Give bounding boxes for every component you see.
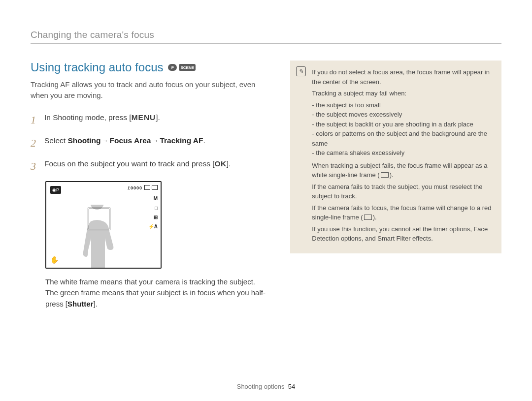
note-p2: Tracking a subject may fail when: <box>312 89 493 98</box>
menu-button-label: MENU <box>132 113 156 122</box>
ok-button-label: OK <box>215 159 227 168</box>
flash-icon: ⚡A <box>148 224 158 229</box>
card-icon <box>152 185 158 190</box>
step-3: 3 Focus on the subject you want to track… <box>31 158 266 174</box>
page-number: 54 <box>288 383 295 390</box>
stabilizer-icon: ✋ <box>50 256 59 264</box>
explain-line-1: The white frame means that your camera i… <box>45 277 266 288</box>
white-frame-icon <box>381 172 389 178</box>
page-footer: Shooting options 54 <box>0 383 532 390</box>
arrow-icon: → <box>152 136 158 145</box>
step-text: In Shooting mode, press [MENU]. <box>44 112 160 128</box>
step-number: 2 <box>31 135 38 151</box>
red-frame-icon <box>364 215 372 220</box>
note-box: ✎ If you do not select a focus area, the… <box>290 61 501 253</box>
intro-text: Tracking AF allows you to track and auto… <box>31 79 266 101</box>
quality-icon: M <box>148 196 158 201</box>
step-text: Select Shooting→Focus Area→Tracking AF. <box>44 135 205 151</box>
breadcrumb: Changing the camera's focus <box>31 30 501 40</box>
left-column: Using tracking auto focus P SCENE Tracki… <box>31 61 266 309</box>
explanation-text: The white frame means that your camera i… <box>45 277 266 310</box>
grid-icon: ⊞ <box>148 215 158 220</box>
divider <box>31 43 501 44</box>
explain-line-2: The green frame means that your subject … <box>45 287 266 309</box>
right-column: ✎ If you do not select a focus area, the… <box>290 61 501 309</box>
note-bullet: the camera shakes excessively <box>312 148 493 158</box>
note-p6: If you use this function, you cannot set… <box>312 224 493 244</box>
note-p3: When tracking a subject fails, the focus… <box>312 161 493 180</box>
focus-frame <box>88 208 110 230</box>
footer-section: Shooting options <box>237 383 285 390</box>
note-bullets: the subject is too small the subject mov… <box>312 100 493 158</box>
note-p4: If the camera fails to track the subject… <box>312 182 493 201</box>
top-status-icons <box>144 185 158 190</box>
size-icon: □ <box>148 205 158 211</box>
note-icon: ✎ <box>296 66 306 76</box>
step-2: 2 Select Shooting→Focus Area→Tracking AF… <box>31 135 266 151</box>
note-bullet: the subject is backlit or you are shooti… <box>312 120 493 129</box>
battery-icon <box>144 185 150 190</box>
section-heading: Using tracking auto focus P SCENE <box>31 61 266 74</box>
side-status-icons: M □ ⊞ ⚡A <box>148 196 158 229</box>
step-1: 1 In Shooting mode, press [MENU]. <box>31 112 266 128</box>
mode-icon-p: P <box>168 64 177 71</box>
note-p5: If the camera fails to focus, the focus … <box>312 203 493 222</box>
note-p1: If you do not select a focus area, the f… <box>312 67 493 87</box>
note-bullet: the subject is too small <box>312 100 493 110</box>
note-bullet: the subject moves excessively <box>312 110 493 120</box>
mode-icon-scene: SCENE <box>179 64 196 71</box>
mode-icons: P SCENE <box>168 64 196 71</box>
step-text: Focus on the subject you want to track a… <box>44 158 231 174</box>
camera-mode-icon: ◉P <box>50 186 61 194</box>
note-bullet: colors or patterns on the subject and th… <box>312 129 493 148</box>
step-number: 3 <box>31 158 38 174</box>
heading-text: Using tracking auto focus <box>31 61 163 74</box>
arrow-icon: → <box>102 136 108 145</box>
step-number: 1 <box>31 112 38 128</box>
shot-counter: 00001 <box>127 185 142 190</box>
lcd-preview: ◉P 00001 M □ ⊞ ⚡A ✋ <box>45 181 162 269</box>
